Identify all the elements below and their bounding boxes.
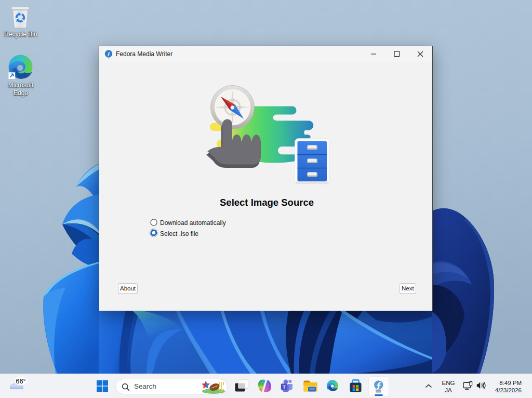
svg-text:66°: 66° [16,377,26,385]
svg-text:T: T [283,384,286,390]
